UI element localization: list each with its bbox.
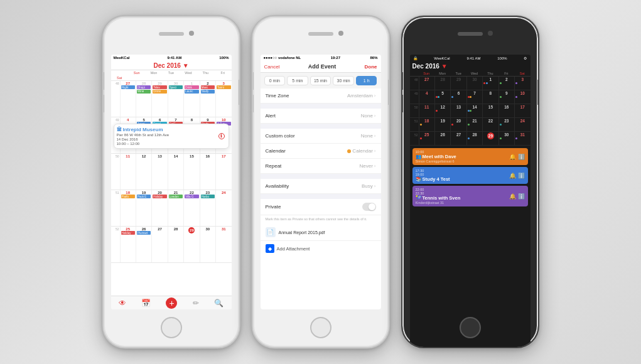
p3-event-time: 17:3019:00 (416, 169, 450, 176)
p1-carrier: WeeKCal (114, 56, 130, 60)
p3-event-study[interactable]: 17:3019:00 📚 Study 4 Test 🔔 ℹ️ (412, 167, 528, 184)
p2-time-1h[interactable]: 1 h (356, 76, 377, 85)
p3-gear-icon[interactable]: ⚙ (524, 56, 527, 60)
table-row: 52 25Holiday 26Plumwd 27 28 29 30 31 (111, 227, 232, 263)
p2-calendar-row[interactable]: Calendar Calendar › (261, 144, 381, 159)
p2-time-5min[interactable]: 5 min (287, 76, 308, 85)
p2-timezone-row[interactable]: Time Zone Amsterdam › (261, 88, 381, 104)
p2-battery: 86% (370, 56, 377, 60)
p1-search-icon[interactable]: 🔍 (214, 299, 224, 308)
p3-event-left: 10:00 👥 Meet with Dave Simon Carmiggelts… (416, 150, 456, 163)
p3-event-tennis[interactable]: 22:0022:30 🎾 Tennis with Sven Kinderdijk… (412, 186, 528, 206)
p1-popup-address: Pier 86 W 46th St and 12th Ave (117, 133, 226, 137)
p1-eye-icon[interactable]: 👁 (119, 299, 126, 308)
vol-up-button[interactable] (252, 72, 254, 90)
p3-event-sub: Kinderdijkstraat 31 (416, 201, 461, 205)
p3-weekday-thu: Thu (482, 71, 498, 76)
chevron-icon: › (374, 183, 376, 189)
p2-color-value: None › (361, 133, 376, 139)
chevron-icon: › (374, 163, 376, 169)
p2-attachment-name: Annual Report 2015.pdf (279, 230, 325, 235)
p2-carrier: ●●●●○○ vodafone NL (264, 56, 301, 60)
p2-add-attachment-row[interactable]: ◆ Add Attachment (261, 241, 381, 256)
camera (338, 31, 343, 36)
p2-time: 19:27 (331, 56, 340, 60)
side-button[interactable] (239, 80, 240, 105)
p3-event-sub: Simon Carmiggeltstraat 6 (416, 159, 456, 163)
p1-battery: 100% (219, 56, 229, 60)
table-row: 52 25 26 27 28 29 30 31 (410, 132, 531, 146)
p3-weekday-wed: Wed (466, 71, 482, 76)
p2-nav-bar: Cancel Add Event Done (261, 61, 381, 73)
p2-availability-row[interactable]: Availability Busy › (261, 179, 381, 194)
p2-private-hint: Mark this item as Private so that others… (261, 215, 381, 224)
p2-repeat-row[interactable]: Repeat Never › (261, 159, 381, 174)
p1-calendar-icon[interactable]: 📅 (141, 299, 151, 308)
home-button[interactable] (460, 317, 481, 338)
p2-availability-label: Availability (266, 183, 289, 189)
home-button[interactable] (161, 317, 182, 338)
p3-info-icon[interactable]: ℹ️ (518, 173, 525, 179)
p2-add-attachment-label: Add Attachment (277, 246, 310, 252)
p3-event-actions: 🔔 ℹ️ (509, 173, 525, 179)
p2-cancel-button[interactable]: Cancel (264, 64, 280, 70)
p2-time-30min[interactable]: 30 min (333, 76, 354, 85)
p3-info-icon[interactable]: ℹ️ (518, 193, 525, 200)
home-button[interactable] (310, 317, 331, 338)
p3-info-icon[interactable]: ℹ️ (518, 154, 525, 160)
p2-nav-title: Add Event (308, 63, 337, 70)
p2-private-row[interactable]: Private (261, 199, 381, 215)
p1-calendar-header[interactable]: Dec 2016 ▼ (111, 61, 232, 70)
p2-separator-4 (261, 194, 381, 199)
p2-time-buttons: 0 min 5 min 15 min 30 min 1 h (261, 73, 381, 88)
p1-calendar-grid: 48 27Flight 28DhopiWine 29TelevDinne 30S… (111, 81, 232, 263)
p3-battery: 100% (497, 56, 507, 60)
vol-up-button[interactable] (401, 72, 403, 90)
speaker (159, 32, 184, 36)
p1-event-popup[interactable]: 🏛 Intrepid Museum Pier 86 W 46th St and … (114, 124, 229, 149)
side-button[interactable] (388, 80, 390, 105)
pdf-icon: 📄 (266, 227, 276, 237)
p3-weekday-tue: Tue (450, 71, 466, 76)
p3-bell-icon[interactable]: 🔔 (509, 173, 516, 179)
vol-down-button[interactable] (102, 95, 104, 112)
p2-availability-value: Busy › (362, 183, 375, 189)
phone3-screen: 🔒 WeeKCal 9:41 AM 100% ⚙ Dec 2016 ▼ Sun … (410, 55, 531, 348)
p2-separator-3 (261, 174, 381, 179)
p2-alert-row[interactable]: Alert None › (261, 109, 381, 124)
p2-attachment-row[interactable]: 📄 Annual Report 2015.pdf (261, 224, 381, 241)
p2-separator-1 (261, 104, 381, 109)
p3-event-left: 22:0022:30 🎾 Tennis with Sven Kinderdijk… (416, 188, 461, 205)
p2-private-toggle[interactable] (362, 203, 376, 211)
table-row: 48 27 28 29 30 1 2 3 (410, 77, 531, 90)
vol-down-button[interactable] (252, 95, 254, 112)
p3-event-title: 🎾 Tennis with Sven (416, 195, 461, 201)
p1-weekdays: Sun Mon Tue Wed Thu Fri Sat (111, 70, 232, 81)
museum-icon: 🏛 (117, 127, 122, 132)
p1-weekday-tue: Tue (163, 70, 180, 75)
p1-add-button[interactable]: + (166, 297, 177, 309)
p2-time-15min[interactable]: 15 min (310, 76, 331, 85)
vol-down-button[interactable] (401, 95, 403, 112)
p1-popup-date: 14 Dec 2016 (117, 137, 226, 141)
side-button[interactable] (537, 80, 539, 105)
p3-event-meet-dave[interactable]: 10:00 👥 Meet with Dave Simon Carmiggelts… (412, 148, 528, 165)
p2-calendar-value: Calendar › (347, 148, 375, 154)
camera (189, 31, 194, 36)
p3-weekdays: Sun Mon Tue Wed Thu Fri Sat (410, 71, 531, 77)
p2-color-row[interactable]: Custom color None › (261, 129, 381, 144)
p3-calendar-grid: 48 27 28 29 30 1 2 3 49 4 5 6 7 8 (410, 77, 531, 146)
p3-bell-icon[interactable]: 🔔 (509, 193, 516, 200)
p1-weekday-thu: Thu (197, 70, 214, 75)
p1-info-button[interactable]: ℹ (218, 133, 225, 139)
p3-weekday-sun: Sun (419, 71, 434, 76)
p3-calendar-header[interactable]: Dec 2016 ▼ (410, 62, 531, 71)
p1-pencil-icon[interactable]: ✏ (193, 299, 199, 308)
p2-time-0min[interactable]: 0 min (264, 76, 286, 85)
p2-status-bar: ●●●●○○ vodafone NL 19:27 86% (261, 55, 381, 61)
vol-up-button[interactable] (102, 72, 104, 90)
p3-bell-icon[interactable]: 🔔 (509, 154, 516, 160)
p2-alert-label: Alert (266, 113, 276, 119)
p3-status-bar: 🔒 WeeKCal 9:41 AM 100% ⚙ (410, 55, 531, 62)
p2-done-button[interactable]: Done (364, 64, 377, 70)
